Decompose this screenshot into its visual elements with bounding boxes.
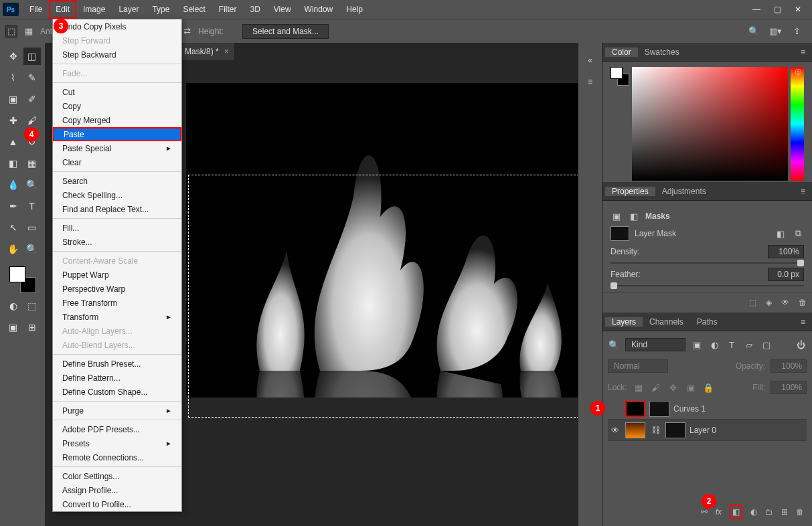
mask-thumb[interactable] [665,422,685,438]
edit-menu-item[interactable]: Adobe PDF Presets... [53,422,181,436]
marquee-tool-icon[interactable]: ⬚ [5,25,17,37]
document-tab[interactable]: Mask/8) * × [179,43,235,60]
fill-field[interactable]: 100% [770,381,807,394]
menu-window[interactable]: Window [298,0,340,19]
mask-thumb[interactable] [649,401,669,417]
edit-menu-item[interactable]: Presets► [53,436,181,450]
select-and-mask-button[interactable]: Select and Mask... [242,24,329,39]
visibility-icon[interactable]: 👁 [609,426,621,435]
pen-tool-icon[interactable]: ✒ [5,197,22,215]
edit-menu-item[interactable]: Define Brush Preset... [53,357,181,371]
edit-menu-item[interactable]: Copy Merged [53,113,181,127]
menu-select[interactable]: Select [176,0,212,19]
edit-menu-item[interactable]: Copy [53,99,181,113]
maximize-icon[interactable]: ▢ [774,5,781,14]
edit-menu-item[interactable]: Puppet Warp [53,268,181,282]
screenmode-icon[interactable]: ⬚ [23,297,41,315]
move-tool-icon[interactable]: ✥ [5,48,22,65]
edit-menu-item[interactable]: Find and Replace Text... [53,202,181,216]
menu-layer[interactable]: Layer [112,0,145,19]
edit-menu-item[interactable]: Assign Profile... [53,483,181,497]
delete-mask-icon[interactable]: 🗑 [799,298,807,307]
lock-position-icon[interactable]: ✥ [667,381,679,393]
layer-name[interactable]: Curves 1 [673,404,706,414]
delete-layer-icon[interactable]: 🗑 [796,507,804,517]
filter-type-layer-icon[interactable]: T [726,339,738,351]
layer-name[interactable]: Layer 0 [689,426,716,435]
fx-icon[interactable]: fx [716,507,722,517]
load-selection-icon[interactable]: ⬚ [749,298,756,307]
filter-pixel-icon[interactable]: ▣ [691,339,703,351]
quickmask-icon[interactable]: ◐ [5,297,22,315]
new-fill-icon[interactable]: ◐ [750,507,757,517]
lock-image-icon[interactable]: 🖌 [650,381,662,393]
menu-image[interactable]: Image [76,0,112,19]
canvas[interactable] [186,83,578,398]
panel-menu-icon[interactable]: ≡ [797,187,809,196]
close-icon[interactable]: ✕ [795,5,801,14]
feather-field[interactable]: 0.0 px [768,268,804,281]
color-field[interactable] [632,67,788,181]
close-tab-icon[interactable]: × [224,47,229,56]
blend-mode-select[interactable]: Normal [608,359,668,373]
edit-menu-item[interactable]: Perspective Warp [53,282,181,296]
minimize-icon[interactable]: — [752,5,760,14]
eraser-tool-icon[interactable]: ◧ [5,155,22,172]
edit-dropdown[interactable]: Undo Copy PixelsStep ForwardStep Backwar… [52,19,182,512]
density-slider-handle[interactable] [797,260,804,266]
filter-shape-icon[interactable]: ▱ [743,339,755,351]
menu-filter[interactable]: Filter [212,0,244,19]
new-group-icon[interactable]: 🗀 [765,507,773,517]
swap-icon[interactable]: ⇄ [181,25,193,37]
blur-tool-icon[interactable]: 💧 [5,176,22,193]
stamp-tool-icon[interactable]: ▲ [5,133,22,151]
pixel-mask-icon[interactable]: ▣ [611,210,623,222]
adjustment-thumb[interactable] [625,401,645,417]
edit-menu-item[interactable]: Remote Connections... [53,450,181,464]
search-icon[interactable]: 🔍 [748,25,760,37]
lock-all-icon[interactable]: 🔒 [702,381,714,393]
lock-transparent-icon[interactable]: ▦ [633,381,645,393]
unlink-icon[interactable]: ⧉ [792,228,804,240]
gradient-tool-icon[interactable]: ▦ [23,155,41,172]
crop-tool-icon[interactable]: ▣ [5,90,22,108]
panel-menu-icon[interactable]: ≡ [797,48,809,57]
creative-cloud-icon[interactable]: ◎ [789,63,807,80]
artboard-tool-icon[interactable]: ⊞ [23,319,41,336]
filter-type-icon[interactable]: 🔍 [608,339,620,351]
edit-menu-item[interactable]: Step Backward [53,48,181,62]
edit-menu-item[interactable]: Check Spelling... [53,188,181,202]
link-layers-icon[interactable]: ⚯ [701,507,708,517]
edit-menu-item[interactable]: Convert to Profile... [53,497,181,511]
feather-slider-handle[interactable] [611,282,617,289]
vector-mask-icon[interactable]: ◧ [628,210,640,222]
layers-tab[interactable]: Layers [605,317,643,327]
hand-tool-icon[interactable]: ✋ [5,240,22,258]
expand-icon[interactable]: « [582,52,598,68]
edit-menu-item[interactable]: Define Pattern... [53,371,181,385]
edit-menu-item[interactable]: Stroke... [53,235,181,249]
brush-panel-icon[interactable]: ≡ [582,74,598,90]
lock-artboard-icon[interactable]: ▣ [685,381,697,393]
layer-row[interactable]: Curves 1 [608,398,807,420]
quick-select-icon[interactable]: ✎ [23,69,41,86]
new-layer-icon[interactable]: ⊞ [781,507,788,517]
apply-mask-icon[interactable]: ◈ [766,298,772,307]
density-field[interactable]: 100% [768,245,804,258]
type-tool-icon[interactable]: T [23,197,41,215]
menu-view[interactable]: View [267,0,298,19]
menu-edit[interactable]: Edit [49,0,76,19]
color-tab[interactable]: Color [605,48,638,57]
edit-menu-item[interactable]: Purge► [53,404,181,418]
channels-tab[interactable]: Channels [643,317,690,327]
frame-tool-icon[interactable]: ▣ [5,319,22,336]
edit-menu-item[interactable]: Transform► [53,310,181,324]
select-mask-icon[interactable]: ◧ [775,228,787,240]
filter-kind-select[interactable]: Kind [625,338,685,351]
filter-toggle-icon[interactable]: ⏻ [795,339,807,351]
eyedropper-icon[interactable]: ✐ [23,90,41,108]
adjustments-tab[interactable]: Adjustments [655,187,713,196]
edit-menu-item[interactable]: Fill... [53,221,181,235]
menu-file[interactable]: File [23,0,49,19]
share-icon[interactable]: ⇪ [791,25,803,37]
